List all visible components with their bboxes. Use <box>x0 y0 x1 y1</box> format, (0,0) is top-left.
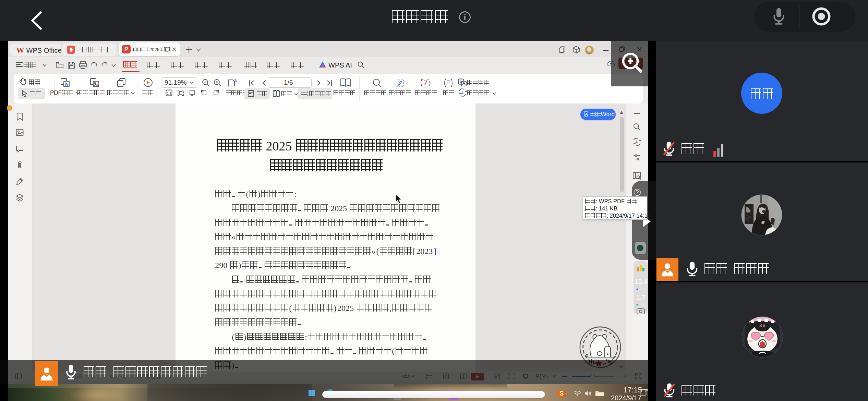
svg-text:1:1: 1:1 <box>167 92 172 95</box>
svg-text:A: A <box>635 140 638 144</box>
svg-text:A: A <box>461 91 464 95</box>
svg-text:W: W <box>65 82 69 86</box>
